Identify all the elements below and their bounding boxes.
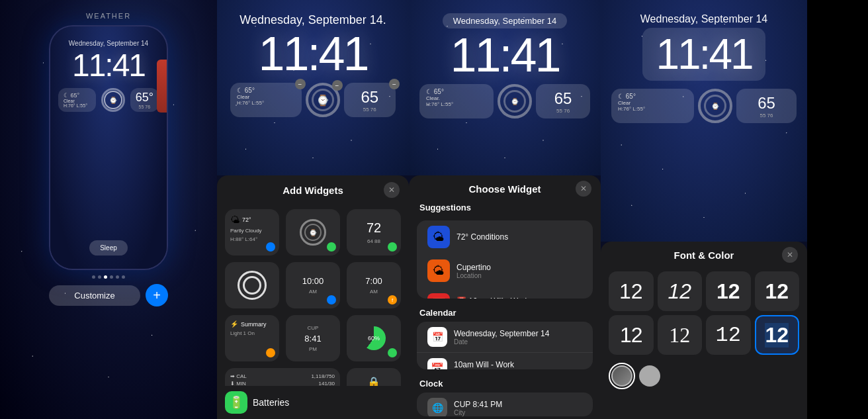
wc-row1: 🌤 72° <box>230 214 274 225</box>
suggestions-box: 🌤 72° Conditions 🌤 Cupertino Location 📅 … <box>417 220 593 299</box>
color-swatch-gray[interactable] <box>639 365 660 387</box>
font-option-3[interactable]: 12 <box>706 271 751 311</box>
font-option-1[interactable]: 12 <box>609 271 654 311</box>
batteries-icon: 🔋 <box>225 391 247 414</box>
font-option-6[interactable]: 12 <box>658 315 703 355</box>
wc-badge-orange2 <box>266 348 275 357</box>
font-option-2[interactable]: 12 <box>658 271 703 311</box>
batteries-label: Batteries <box>253 397 289 408</box>
p1-date: Wednesday, September 14 <box>69 40 148 47</box>
p1-widgets-row: ☾ 65° Clear H:76° L:55° ⌚ 65° 55 76 <box>58 88 159 112</box>
sug-icon-weather: 🌤 <box>427 226 450 248</box>
moon-icon: ☾ 65° <box>64 92 91 99</box>
stars-bg4 <box>601 0 807 242</box>
widget-cell-700am[interactable]: 7:00 AM f <box>347 262 401 308</box>
p3-moon: ☾ 65° <box>426 88 487 95</box>
sug-icon-location: 🌤 <box>427 259 450 282</box>
wc-min-row: ⬇ MIN141/30 <box>230 381 335 386</box>
add-button[interactable]: + <box>146 284 168 306</box>
watch-icon3: ⌚ <box>309 229 317 236</box>
choose-widget-close[interactable]: ✕ <box>576 181 591 197</box>
font-option-4[interactable]: 12 <box>755 271 800 311</box>
panel-lockscreen: WEATHER Wednesday, September 14 11:41 ☾ … <box>0 0 217 419</box>
font-option-8[interactable]: 12 <box>755 315 800 355</box>
wc-light: Light 1 On <box>230 330 274 336</box>
ci-globe-icon: 🌐 <box>427 398 447 416</box>
calendar-event-item[interactable]: 📅 10am Will - Work Next Event <box>417 352 593 369</box>
widget-cell-cal[interactable]: ➡ CAL1,118/750 ⬇ MIN141/30 ⬆ HRS17/12 <box>225 368 340 386</box>
wc-badge-green3 <box>388 348 397 357</box>
wc-badge-blue2 <box>327 295 336 304</box>
choose-widget-sheet: Choose Widget ✕ Suggestions 🌤 72° Condit… <box>409 175 601 419</box>
widget-cell-72[interactable]: 72 64 88 <box>347 209 401 256</box>
calendar-section-header: Calendar <box>409 301 601 319</box>
calendar-date-item[interactable]: 📅 Wednesday, September 14 Date <box>417 322 593 352</box>
wc-cup: CUP <box>308 325 319 331</box>
suggestions-label: Suggestions <box>409 200 601 218</box>
color-swatch-blue[interactable] <box>611 365 632 387</box>
dot-4 <box>110 275 113 279</box>
p2-remove-weather[interactable]: − <box>295 79 306 89</box>
suggestion-cupertino[interactable]: 🌤 Cupertino Location <box>417 254 593 287</box>
sug-text-work: 📅 10am Will - Work Next Event <box>456 297 529 299</box>
widget-cell-60pct[interactable]: 60% <box>347 315 401 361</box>
watch-icon4: ⌚ <box>511 98 519 105</box>
phone-mockup: Wednesday, September 14 11:41 ☾ 65° Clea… <box>49 25 168 270</box>
customize-button[interactable]: Customize <box>49 285 140 306</box>
p2-moon-icon: ☾ 65° <box>237 87 295 94</box>
sheet-title-3: Choose Widget <box>468 183 541 195</box>
p2-remove-num[interactable]: − <box>389 79 400 89</box>
dot-5 <box>116 275 119 279</box>
p1-num-widget: 65° 55 76 <box>130 88 159 112</box>
font-option-7[interactable]: 12 <box>706 315 751 355</box>
customize-row: Customize + <box>49 284 168 306</box>
dot-6 <box>122 275 125 279</box>
wc-cal-row: ➡ CAL1,118/750 <box>230 373 335 379</box>
widget-cell-target[interactable] <box>225 262 279 308</box>
p2-remove-ring[interactable]: − <box>332 80 343 91</box>
p4-lockscreen-top: Wednesday, September 14 11:41 ☾ 65° Clea… <box>601 0 807 242</box>
lightning-icon: ⚡ <box>230 320 238 328</box>
watch-icon: ⌚ <box>109 97 117 104</box>
widget-cell-summary[interactable]: ⚡ Summary Light 1 On <box>225 315 279 361</box>
clock-cup-item[interactable]: 🌐 CUP 8:41 PM City <box>417 393 593 416</box>
dot-2 <box>98 275 101 279</box>
widget-cell-weather[interactable]: 🌤 72° Partly Cloudy H:88° L:64° <box>225 209 279 256</box>
p2-num-widget: 65 55 76 − <box>344 83 396 117</box>
font-color-sheet: Font & Color ✕ 12 12 12 12 12 12 12 <box>601 242 807 419</box>
suggestion-work-event[interactable]: 📅 📅 10am Will - Work Next Event <box>417 287 593 299</box>
wc-summary-row: ⚡ Summary <box>230 320 274 328</box>
dot-3 <box>104 275 107 279</box>
p2-ring-wrap: ⌚ − <box>306 83 340 117</box>
widget-cell-1000am[interactable]: 10:00 AM <box>286 262 340 308</box>
sheet-close-button[interactable]: ✕ <box>384 182 400 198</box>
sug-text-cupertino: Cupertino Location <box>456 263 491 279</box>
suggestion-conditions[interactable]: 🌤 72° Conditions <box>417 220 593 254</box>
watch-icon-2: ⌚ <box>316 94 329 107</box>
color-swatches <box>601 360 807 392</box>
p3-lockscreen-top: Wednesday, September 14 11:41 ☾ 65° Clea… <box>409 0 601 175</box>
add-widgets-sheet: Add Widgets ✕ 🌤 72° Partly Cloudy H:88° … <box>217 175 409 419</box>
ci-cal-icon: 📅 <box>427 327 447 347</box>
fc-header: Font & Color ✕ <box>601 242 807 266</box>
widget-cell-security[interactable]: 🔒 Security No Alerts <box>347 368 401 386</box>
fc-close-button[interactable]: ✕ <box>782 247 798 263</box>
sleep-button[interactable]: Sleep <box>89 240 128 256</box>
font-grid: 12 12 12 12 12 12 12 12 <box>601 266 807 360</box>
wc-badge-blue <box>266 242 275 252</box>
wc-badge-green2 <box>388 242 397 252</box>
dot-1 <box>92 275 95 279</box>
calendar-items-box: 📅 Wednesday, September 14 Date 📅 10am Wi… <box>417 322 593 369</box>
clock-section-header: Clock <box>409 372 601 390</box>
p1-time: 11:41 <box>72 50 145 81</box>
ci-cup-text: CUP 8:41 PM City <box>454 400 502 416</box>
widget-cell-ring[interactable]: ⌚ <box>286 209 340 256</box>
panel-add-widgets: Wednesday, September 14. 11:41 ☾ 65° Cle… <box>217 0 409 419</box>
security-icon: 🔒 <box>367 376 380 386</box>
panel-font-color: Wednesday, September 14 11:41 ☾ 65° Clea… <box>601 0 807 419</box>
weather-icon: 🌤 <box>230 214 239 225</box>
p1-ring-widget: ⌚ <box>101 88 125 112</box>
widget-cell-cup[interactable]: CUP 8:41 PM <box>286 315 340 361</box>
font-option-5[interactable]: 12 <box>609 315 654 355</box>
ci-cal-icon2: 📅 <box>427 358 447 369</box>
